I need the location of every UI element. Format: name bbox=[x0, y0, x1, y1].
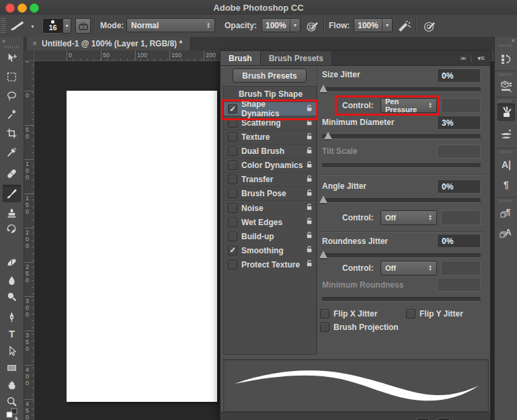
lock-icon[interactable] bbox=[305, 161, 313, 171]
flow-dropdown[interactable]: 100% ▼ bbox=[354, 18, 393, 32]
options-bar-grip[interactable] bbox=[1, 18, 6, 33]
flip-y-jitter-checkbox-row[interactable]: Flip Y Jitter bbox=[406, 309, 463, 319]
checkbox[interactable] bbox=[228, 118, 237, 128]
brush-projection-checkbox[interactable] bbox=[320, 323, 329, 332]
lasso-tool[interactable] bbox=[3, 87, 21, 104]
checkbox[interactable] bbox=[228, 132, 237, 142]
checkbox[interactable] bbox=[228, 175, 237, 184]
character-styles-panel-button[interactable]: A bbox=[498, 225, 515, 243]
panel-expand-icon[interactable]: »» bbox=[460, 54, 465, 62]
slider-thumb[interactable] bbox=[324, 132, 332, 139]
checkbox[interactable] bbox=[228, 161, 237, 170]
opacity-dropdown[interactable]: 100% ▼ bbox=[262, 18, 301, 32]
checkbox[interactable]: ✓ bbox=[228, 104, 237, 114]
checkbox[interactable]: ✓ bbox=[228, 246, 237, 255]
hand-tool[interactable] bbox=[3, 376, 21, 393]
lock-icon[interactable] bbox=[305, 217, 313, 227]
dock-grip[interactable] bbox=[499, 99, 513, 102]
dock-grip[interactable] bbox=[499, 73, 513, 76]
airbrush-icon[interactable] bbox=[396, 19, 412, 33]
checkbox[interactable] bbox=[228, 260, 237, 269]
brush-projection-checkbox-row[interactable]: Brush Projection bbox=[320, 323, 399, 332]
ruler-corner[interactable] bbox=[24, 50, 34, 61]
color-swatches[interactable] bbox=[3, 407, 21, 420]
dock-collapse-icon[interactable]: ‹‹ bbox=[512, 37, 514, 44]
blur-tool[interactable] bbox=[3, 271, 21, 289]
noise-list-item[interactable]: Noise bbox=[224, 201, 316, 215]
angle-jitter-value[interactable]: 0% bbox=[437, 179, 481, 194]
minimum-diameter-value[interactable]: 3% bbox=[437, 116, 481, 130]
shape-dynamics-list-item[interactable]: ✓ Shape Dynamics bbox=[224, 102, 316, 116]
document-canvas[interactable] bbox=[67, 91, 217, 402]
document-tab[interactable]: × Untitled-1 @ 100% (Layer 1, RGB/8) * bbox=[27, 37, 191, 50]
toggle-brush-panel-button[interactable] bbox=[75, 18, 91, 34]
eraser-tool[interactable] bbox=[3, 253, 21, 270]
pressure-opacity-icon[interactable] bbox=[305, 19, 321, 33]
build-up-list-item[interactable]: Build-up bbox=[224, 229, 316, 243]
lock-icon[interactable] bbox=[305, 189, 313, 199]
lock-icon[interactable] bbox=[305, 118, 313, 128]
opacity-arrow-icon[interactable]: ▼ bbox=[290, 19, 300, 32]
checkbox[interactable] bbox=[228, 204, 237, 213]
brush-preset-chevron-icon[interactable]: ▼ bbox=[30, 24, 35, 29]
pen-tool[interactable] bbox=[3, 308, 21, 325]
history-panel-button[interactable] bbox=[498, 50, 515, 68]
smoothing-list-item[interactable]: ✓ Smoothing bbox=[224, 243, 316, 257]
color-dynamics-list-item[interactable]: Color Dynamics bbox=[224, 159, 316, 173]
magic-wand-tool[interactable] bbox=[3, 106, 21, 123]
flip-x-jitter-checkbox-row[interactable]: Flip X Jitter bbox=[320, 309, 377, 319]
type-tool[interactable]: T bbox=[3, 325, 21, 342]
paragraph-panel-button[interactable]: ¶ bbox=[498, 176, 515, 194]
brush-settings-panel-button[interactable] bbox=[498, 103, 515, 121]
lock-icon[interactable] bbox=[305, 104, 313, 114]
path-selection-tool[interactable] bbox=[3, 342, 21, 360]
flip-y-checkbox[interactable] bbox=[406, 309, 415, 319]
toolbar-grip[interactable] bbox=[4, 46, 19, 48]
size-jitter-control-dropdown[interactable]: Pen Pressure ▲▼ bbox=[381, 98, 437, 113]
checkbox[interactable] bbox=[228, 189, 237, 198]
brush-size-preview[interactable]: 16 bbox=[42, 18, 63, 34]
transfer-list-item[interactable]: Transfer bbox=[224, 173, 316, 187]
slider-thumb[interactable] bbox=[319, 85, 327, 92]
brush-pose-list-item[interactable]: Brush Pose bbox=[224, 187, 316, 201]
lock-icon[interactable] bbox=[305, 231, 313, 241]
lock-icon[interactable] bbox=[305, 203, 313, 213]
size-jitter-slider[interactable] bbox=[322, 87, 481, 92]
angle-control-dropdown[interactable]: Off ▲▼ bbox=[381, 210, 437, 225]
roundness-jitter-slider[interactable] bbox=[322, 253, 481, 258]
brush-presets-button[interactable]: Brush Presets bbox=[233, 69, 307, 83]
lock-icon[interactable] bbox=[305, 259, 313, 269]
lock-icon[interactable] bbox=[305, 245, 313, 255]
texture-list-item[interactable]: Texture bbox=[224, 130, 316, 144]
checkbox[interactable] bbox=[228, 146, 237, 156]
flip-x-checkbox[interactable] bbox=[320, 309, 329, 319]
rectangular-marquee-tool[interactable] bbox=[3, 68, 21, 85]
flow-arrow-icon[interactable]: ▼ bbox=[382, 19, 392, 32]
character-panel-button[interactable]: A| bbox=[498, 156, 515, 173]
tab-brush[interactable]: Brush bbox=[221, 51, 261, 65]
brush-presets-panel-button[interactable] bbox=[498, 126, 515, 144]
angle-jitter-slider[interactable] bbox=[322, 198, 481, 203]
dock-grip[interactable] bbox=[499, 200, 513, 202]
move-tool[interactable] bbox=[3, 49, 21, 67]
minimum-diameter-slider[interactable] bbox=[322, 134, 481, 139]
pressure-size-icon[interactable] bbox=[422, 19, 438, 33]
dock-grip[interactable] bbox=[499, 151, 513, 153]
brush-size-dropdown-arrow[interactable]: ▼ bbox=[63, 18, 71, 34]
properties-panel-button[interactable] bbox=[498, 77, 515, 95]
brush-tool-preset-icon[interactable] bbox=[9, 19, 28, 34]
eyedropper-tool[interactable] bbox=[3, 143, 21, 161]
crop-tool[interactable] bbox=[3, 124, 21, 142]
lock-icon[interactable] bbox=[305, 146, 313, 157]
rectangle-shape-tool[interactable] bbox=[3, 359, 21, 376]
dual-brush-list-item[interactable]: Dual Brush bbox=[224, 144, 316, 159]
scattering-list-item[interactable]: Scattering bbox=[224, 116, 316, 130]
paragraph-styles-panel-button[interactable]: ¶ bbox=[498, 205, 515, 222]
dodge-tool[interactable] bbox=[3, 288, 21, 305]
slider-thumb[interactable] bbox=[319, 196, 327, 203]
vertical-ruler[interactable]: 0 0 50 100 150 200 250 300 350 400 450 bbox=[24, 61, 34, 420]
roundness-control-dropdown[interactable]: Off ▲▼ bbox=[381, 261, 437, 276]
slider-thumb[interactable] bbox=[319, 251, 327, 258]
roundness-jitter-value[interactable]: 0% bbox=[437, 234, 481, 248]
protect-texture-list-item[interactable]: Protect Texture bbox=[224, 257, 316, 271]
